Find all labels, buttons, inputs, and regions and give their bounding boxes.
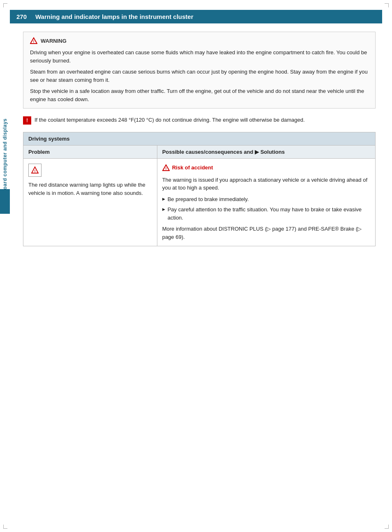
problem-description: The red distance warning lamp lights up … (28, 181, 152, 197)
solution-bullets: Be prepared to brake immediately. Pay ca… (162, 195, 370, 222)
warning-box: ! WARNING Driving when your engine is ov… (23, 32, 376, 109)
side-tab-bar (0, 189, 10, 214)
note-line: ! If the coolant temperature exceeds 248… (23, 116, 376, 125)
warning-para-2: Steam from an overheated engine can caus… (30, 68, 369, 84)
corner-mark-bl (3, 525, 7, 529)
corner-mark-tl (3, 3, 7, 7)
warning-triangle-icon: ! (30, 37, 37, 44)
page-number: 270 (16, 13, 29, 20)
distance-warning-icon: ! (31, 166, 39, 174)
note-text: If the coolant temperature exceeds 248 °… (35, 116, 305, 124)
section-header: Driving systems (23, 132, 376, 146)
driving-systems-table: Driving systems Problem Possible causes/… (23, 132, 376, 246)
corner-mark-tr (385, 3, 389, 7)
solution-cell: ! Risk of accident The warning is issued… (157, 159, 375, 246)
warning-body: Driving when your engine is overheated c… (30, 49, 369, 103)
problem-cell: ! The red distance warning lamp lights u… (23, 159, 157, 246)
corner-mark-br (385, 525, 389, 529)
bullet-item-1: Be prepared to brake immediately. (162, 195, 370, 204)
page-title: Warning and indicator lamps in the instr… (35, 13, 194, 20)
svg-text:!: ! (35, 169, 36, 173)
warning-label: WARNING (41, 38, 67, 44)
table-section-header-row: Driving systems (23, 132, 376, 146)
note-icon: ! (23, 116, 31, 125)
risk-of-accident-label: Risk of accident (172, 164, 213, 172)
solution-intro: The warning is issued if you approach a … (162, 176, 370, 192)
page-header: 270 Warning and indicator lamps in the i… (10, 10, 382, 23)
warning-para-3: Stop the vehicle in a safe location away… (30, 87, 369, 103)
risk-of-accident-header: ! Risk of accident (162, 164, 370, 172)
warning-para-1: Driving when your engine is overheated c… (30, 49, 369, 65)
risk-triangle-icon: ! (162, 164, 170, 171)
col-problem-header: Problem (23, 146, 157, 159)
svg-text:!: ! (165, 167, 166, 171)
warning-header: ! WARNING (30, 37, 369, 44)
table-content-row: ! The red distance warning lamp lights u… (23, 159, 376, 246)
svg-text:!: ! (33, 39, 35, 44)
main-content: ! WARNING Driving when your engine is ov… (16, 23, 382, 254)
more-info: More information about DISTRONIC PLUS (▷… (162, 225, 370, 241)
problem-icon-box: ! (28, 164, 42, 177)
col-solution-header: Possible causes/consequences and ▶ Solut… (157, 146, 375, 159)
bullet-item-2: Pay careful attention to the traffic sit… (162, 206, 370, 222)
bullet-item-2-text: Pay careful attention to the traffic sit… (168, 206, 370, 222)
column-header-row: Problem Possible causes/consequences and… (23, 146, 376, 159)
